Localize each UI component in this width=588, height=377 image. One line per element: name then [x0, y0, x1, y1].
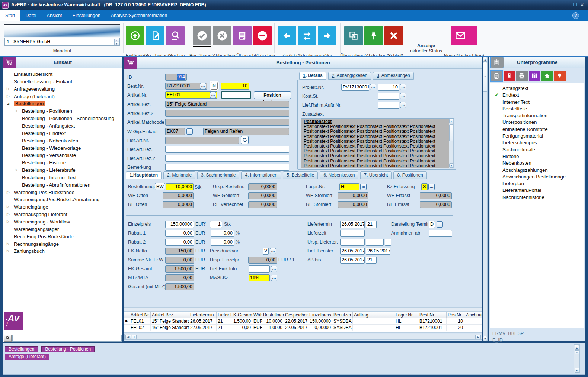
menu-item-1[interactable]: Datei — [20, 10, 41, 21]
taskbar-button[interactable]: Bestellung - Positionen — [41, 346, 95, 352]
projekt-lookup-button[interactable]: … — [370, 84, 376, 90]
we-storniert-field[interactable]: 0,0000 — [338, 192, 368, 199]
tree-expanded-icon[interactable]: ◢ — [7, 102, 9, 106]
tree-collapsed-icon[interactable]: ▷ — [7, 94, 10, 98]
tree-item-4[interactable]: ◢Bestellungen — [3, 100, 122, 107]
lieffenster-to-field[interactable]: 26.05.2017 — [366, 248, 390, 255]
tree-collapsed-icon[interactable]: ▷ — [7, 242, 10, 246]
tree-item-21[interactable]: Wareneingangslager — [3, 226, 122, 233]
grid-column-header-7[interactable]: Gespeichert — [284, 312, 308, 318]
tree-item-12[interactable]: Bestellung - Historie — [3, 159, 122, 167]
re-offen-field[interactable]: 0,0000 — [163, 201, 194, 208]
tree-item-14[interactable]: Bestellung - Interner Text — [3, 174, 122, 181]
grid-column-header-3[interactable]: Lieferzeit — [217, 312, 229, 318]
mail-icon[interactable] — [451, 26, 477, 45]
rabatt1-pct-field[interactable]: 0,00 — [211, 230, 234, 237]
mtzmta-field[interactable]: 0,00 — [165, 274, 194, 281]
summenk-field[interactable]: 0,00 — [165, 257, 194, 264]
liefertermin-date-field[interactable]: 26.05.2017 — [340, 221, 365, 228]
scroll-thumb[interactable]: = — [449, 124, 453, 141]
tree-item-25[interactable]: Zahlungsbuch - Zahlungsausgang — [3, 255, 122, 257]
liefartbez-field[interactable] — [165, 146, 289, 153]
bemerkung-field[interactable] — [165, 164, 289, 171]
pin-icon[interactable] — [364, 26, 383, 45]
tree-collapsed-icon[interactable]: ▷ — [7, 87, 10, 91]
rabatt1-field[interactable]: 0,00 — [165, 230, 194, 237]
edit-icon[interactable] — [146, 26, 164, 45]
scroll-up-icon[interactable]: ▲ — [449, 119, 453, 123]
preisdruckvar-field[interactable]: V — [263, 248, 269, 255]
grid-column-header-14[interactable]: Zeichnung — [464, 312, 482, 318]
help-button[interactable]: ? — [572, 12, 579, 19]
scroll-up-icon[interactable]: ▲ — [483, 57, 487, 62]
bestellmenge-field[interactable]: 10,0000 — [166, 183, 194, 190]
liefrahm-field[interactable] — [378, 102, 399, 109]
tab-details-tabs-0[interactable]: 1. Details — [299, 72, 326, 80]
tree-item-9[interactable]: Bestellung - Nebenkosten — [3, 137, 122, 145]
grid-column-header-0[interactable]: Artikel.Nr. — [130, 312, 151, 318]
textarea-scrollbar[interactable]: ▲ = ▼ — [449, 119, 454, 168]
table-row[interactable]: ▶FEL0115" Felge Standard26.05.2017211.50… — [124, 318, 482, 325]
printer-icon[interactable] — [516, 71, 528, 81]
liefartbez2-field[interactable] — [165, 155, 289, 162]
cancel-icon[interactable] — [213, 26, 231, 45]
liefrahm-lookup-button[interactable]: … — [400, 102, 406, 108]
grid-column-header-9[interactable]: Benutzer — [332, 312, 353, 318]
takeover-icon[interactable] — [344, 26, 363, 45]
urspliefert-field1[interactable] — [340, 239, 365, 246]
subprogram-item-10[interactable]: Historie — [490, 153, 584, 160]
taskbar-button[interactable]: Anfrage (Lieferant) — [5, 354, 49, 360]
grid-column-header-2[interactable]: Liefertermin — [189, 312, 217, 318]
artikelbez2-field[interactable] — [165, 110, 289, 117]
menu-item-3[interactable]: Einstellungen — [67, 10, 106, 21]
tree-item-3[interactable]: ▷Anfrage (Lieferant) — [3, 93, 122, 100]
tab-details-tabs-1[interactable]: 2. Abhängigkeiten — [328, 72, 371, 80]
spinner-down-icon[interactable]: ▼ — [114, 42, 119, 45]
subprogram-item-2[interactable]: Interner Text — [490, 99, 584, 106]
lieferzeit-field[interactable] — [340, 230, 365, 237]
preisdruckvar-lookup-button[interactable]: … — [270, 248, 276, 254]
subprogram-item-9[interactable]: Sachmerkmale — [490, 146, 584, 153]
add-icon[interactable] — [126, 26, 144, 45]
grid-column-header-6[interactable]: Bestellmenge — [262, 312, 284, 318]
subprogram-item-3[interactable]: Beistellteile — [490, 106, 584, 112]
delete-icon[interactable] — [253, 26, 272, 45]
wrgrp-code-field[interactable]: EK07 — [165, 128, 185, 135]
rabatt2-pct-field[interactable]: 0,00 — [211, 239, 234, 246]
subprogram-item-12[interactable]: Abschlagszahlungen — [490, 167, 584, 174]
tab-details-tabs-2[interactable]: 3. Abmessungen — [373, 72, 413, 80]
grid-column-header-4[interactable]: EK-Gesamt — [229, 312, 252, 318]
confirm-icon[interactable] — [193, 26, 211, 45]
urspeinzelpr-field[interactable]: 0,00 — [248, 257, 277, 264]
subprogram-item-16[interactable]: Nachrichtenhistorie — [490, 194, 584, 201]
bookmark-icon[interactable] — [504, 71, 515, 81]
tree-item-20[interactable]: ▷Wareneingang - Workflow — [3, 218, 122, 226]
darstellung-field[interactable]: D — [429, 221, 435, 228]
scroll-down-icon[interactable]: ▼ — [575, 368, 579, 373]
rw-button[interactable]: RW — [155, 183, 165, 190]
scroll-thumb[interactable]: = — [483, 62, 487, 92]
scroll-right-icon[interactable]: ▶ — [475, 335, 481, 339]
darstellung-lookup-button[interactable]: … — [437, 221, 443, 228]
search-input[interactable] — [12, 335, 122, 342]
grid-column-header-10[interactable]: Auftrag — [353, 312, 394, 318]
binders-icon[interactable] — [529, 71, 540, 81]
matchcode-field[interactable] — [165, 119, 289, 126]
we-geliefert-field[interactable]: 0,0000 — [248, 192, 277, 199]
tab-form-tabs-3[interactable]: 4. Informationen — [241, 171, 281, 179]
tree-item-0[interactable]: Einkaufsübersicht — [3, 71, 122, 78]
liefeinkinfo-field[interactable] — [249, 265, 270, 273]
scroll-thumb[interactable]: ‖ — [132, 335, 137, 339]
subprogram-item-11[interactable]: Nebenkosten — [490, 160, 584, 167]
close-window-icon[interactable] — [384, 26, 403, 45]
we-erfasst-field[interactable]: 0,0000 — [420, 192, 452, 199]
scroll-down-icon[interactable]: ▼ — [449, 163, 453, 168]
gesamt-field[interactable]: 1.500,00 — [165, 283, 194, 290]
projekt-pos-field[interactable]: 10 — [378, 84, 399, 91]
tab-form-tabs-1[interactable]: 2. Merkmale — [163, 171, 195, 179]
lagernr-lookup-button[interactable]: ::: — [360, 184, 367, 190]
tab-form-tabs-0[interactable]: 1.Hauptdaten — [126, 171, 162, 179]
einzelpreis-per-field[interactable]: 1 — [210, 221, 222, 228]
tree-collapsed-icon[interactable]: ▷ — [15, 168, 18, 172]
positionstext-textarea[interactable]: PositionstextPositionstext Positionstext… — [301, 118, 454, 168]
